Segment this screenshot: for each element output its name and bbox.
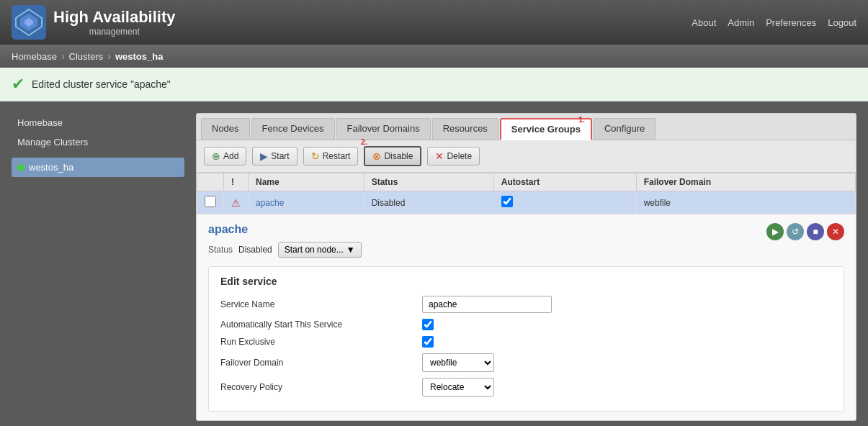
edit-section: Edit service Service Name Automatically … [208, 266, 844, 412]
app-title-sub: management [53, 27, 176, 37]
run-exclusive-checkbox[interactable] [422, 336, 434, 348]
step1-annotation: 1. [578, 115, 585, 124]
step2-annotation: 2. [361, 137, 367, 146]
failover-domain-select[interactable]: webfile [422, 353, 494, 372]
restart-button[interactable]: ↻ Restart [303, 147, 359, 166]
auto-start-checkbox[interactable] [422, 319, 434, 330]
app-title-main: High Availability [53, 8, 176, 27]
toolbar-container: 2. ⊕ Add ▶ Start ↻ Restart ⊗ Disable [197, 140, 856, 173]
start-label: Start [271, 151, 289, 161]
row-autostart-checkbox[interactable] [501, 196, 513, 207]
form-row-failover-domain: Failover Domain webfile [220, 353, 832, 372]
detail-status-row: Status Disabled Start on node... ▼ [208, 242, 844, 258]
breadcrumb-homebase[interactable]: Homebase [12, 51, 57, 62]
toolbar: ⊕ Add ▶ Start ↻ Restart ⊗ Disable ✕ De [197, 140, 856, 173]
status-label: Status [208, 245, 233, 255]
disable-icon: ⊗ [372, 150, 381, 162]
logo-area: High Availability management [12, 5, 176, 40]
tab-nodes[interactable]: Nodes [201, 118, 250, 140]
check-icon: ✔ [12, 75, 24, 94]
sidebar-cluster-item[interactable]: westos_ha [12, 158, 184, 177]
failover-domain-label: Failover Domain [220, 358, 422, 368]
cluster-status-dot [17, 164, 24, 171]
logo-icon [12, 5, 46, 40]
header-title: High Availability management [53, 8, 176, 37]
failover-domain-select-wrapper: webfile [422, 353, 494, 372]
form-row-recovery-policy: Recovery Policy Relocate Restart Disable [220, 378, 832, 396]
col-name: Name [249, 173, 364, 191]
nav-logout[interactable]: Logout [828, 17, 856, 28]
nav-admin[interactable]: Admin [728, 17, 754, 28]
table-row[interactable]: ⚠ apache Disabled webfile [197, 191, 856, 214]
run-exclusive-label: Run Exclusive [220, 337, 422, 347]
service-name-input[interactable] [422, 296, 552, 313]
col-status: Status [364, 173, 493, 191]
service-name-label: Service Name [220, 299, 422, 309]
auto-start-label: Automatically Start This Service [220, 320, 422, 330]
start-on-node-label: Start on node... [285, 245, 344, 255]
tab-configure[interactable]: Configure [594, 118, 656, 140]
disable-button[interactable]: ⊗ Disable [364, 146, 421, 166]
notification-bar: ✔ Edited cluster service "apache" [0, 68, 868, 101]
breadcrumb: Homebase › Clusters › westos_ha [0, 45, 868, 68]
row-failover-domain: webfile [636, 191, 855, 214]
sidebar: Homebase Manage Clusters westos_ha [12, 113, 184, 421]
disable-label: Disable [384, 151, 413, 161]
row-checkbox[interactable] [205, 196, 216, 207]
delete-label: Delete [447, 151, 472, 161]
tab-resources[interactable]: Resources [432, 118, 498, 140]
detail-stop-btn[interactable]: ■ [807, 223, 824, 240]
nav-about[interactable]: About [692, 17, 716, 28]
sidebar-homebase[interactable]: Homebase [12, 113, 184, 132]
delete-icon: ✕ [435, 150, 444, 162]
col-autostart: Autostart [493, 173, 636, 191]
add-icon: ⊕ [212, 150, 220, 162]
recovery-policy-label: Recovery Policy [220, 382, 422, 392]
edit-section-title: Edit service [220, 276, 832, 287]
col-failover-domain: Failover Domain [636, 173, 855, 191]
breadcrumb-sep2: › [107, 50, 111, 62]
status-value: Disabled [238, 245, 272, 255]
start-button[interactable]: ▶ Start [252, 147, 297, 166]
tab-fence-devices[interactable]: Fence Devices [251, 118, 335, 140]
add-button[interactable]: ⊕ Add [204, 147, 246, 166]
header-nav: About Admin Preferences Logout [692, 17, 856, 28]
restart-label: Restart [323, 151, 351, 161]
form-row-service-name: Service Name [220, 296, 832, 313]
content-panel: 1. Nodes Fence Devices Failover Domains … [196, 113, 856, 421]
sidebar-manage-clusters[interactable]: Manage Clusters [12, 132, 184, 152]
breadcrumb-clusters[interactable]: Clusters [69, 51, 104, 62]
main-layout: Homebase Manage Clusters westos_ha 1. No… [0, 101, 868, 426]
tab-failover-domains[interactable]: Failover Domains [336, 118, 431, 140]
recovery-policy-select-wrapper: Relocate Restart Disable [422, 378, 494, 396]
detail-delete-btn[interactable]: ✕ [827, 223, 844, 240]
restart-icon: ↻ [311, 150, 320, 162]
detail-actions: ▶ ↺ ■ ✕ [766, 223, 844, 240]
breadcrumb-sep1: › [61, 50, 65, 62]
notification-text: Edited cluster service "apache" [32, 78, 171, 90]
tabs: Nodes Fence Devices Failover Domains Res… [197, 114, 856, 140]
form-row-auto-start: Automatically Start This Service [220, 319, 832, 330]
detail-panel: ▶ ↺ ■ ✕ apache Status Disabled Start on … [197, 214, 856, 420]
col-checkbox [197, 173, 224, 191]
recovery-policy-select[interactable]: Relocate Restart Disable [422, 378, 494, 396]
tabs-container: 1. Nodes Fence Devices Failover Domains … [197, 114, 856, 140]
service-groups-table: ! Name Status Autostart Failover Domain … [197, 173, 856, 214]
add-label: Add [223, 151, 238, 161]
detail-start-btn[interactable]: ▶ [766, 223, 784, 240]
row-status: Disabled [364, 191, 493, 214]
delete-button[interactable]: ✕ Delete [427, 147, 480, 166]
breadcrumb-current: westos_ha [115, 51, 163, 62]
detail-service-name: apache [208, 223, 844, 236]
detail-restart-btn[interactable]: ↺ [787, 223, 804, 240]
start-on-node-btn[interactable]: Start on node... ▼ [278, 242, 362, 258]
cluster-name: westos_ha [29, 162, 73, 173]
form-row-run-exclusive: Run Exclusive [220, 336, 832, 348]
dropdown-arrow-icon: ▼ [346, 245, 355, 255]
row-warning-icon: ⚠ [231, 197, 241, 209]
header: High Availability management About Admin… [0, 0, 868, 45]
nav-preferences[interactable]: Preferences [766, 17, 816, 28]
col-warning: ! [224, 173, 249, 191]
start-icon: ▶ [260, 150, 268, 162]
row-service-name[interactable]: apache [256, 198, 284, 208]
